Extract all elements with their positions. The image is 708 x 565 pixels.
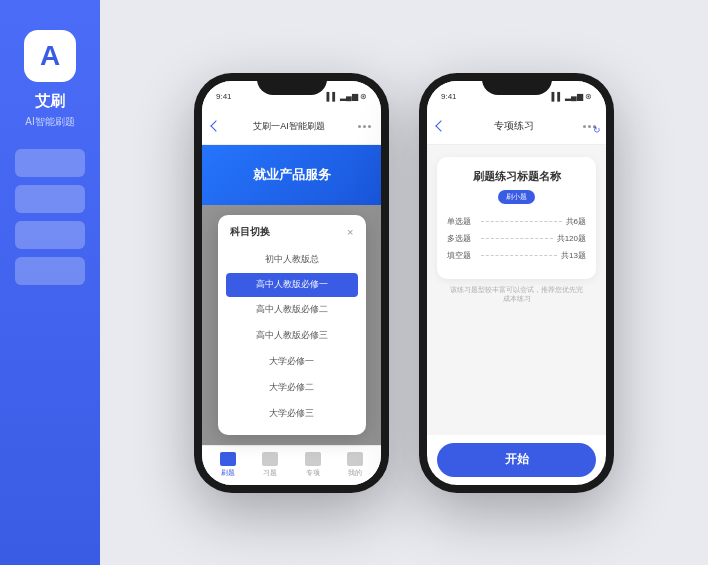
footer-note: 该练习题型较丰富可以尝试，推荐您优先完成本练习 bbox=[437, 279, 596, 311]
subject-item-5[interactable]: 大学必修二 bbox=[218, 375, 366, 401]
bottom-nav-label-3: 我的 bbox=[348, 468, 362, 478]
practice-content: 刷题练习标题名称 刷小题 单选题 共6题 多选题 共120题 填空题 bbox=[427, 145, 606, 435]
row-count-2: 共13题 bbox=[561, 250, 586, 261]
bottom-nav-left: 刷题 习题 专项 我的 bbox=[202, 445, 381, 485]
row-label-2: 填空题 bbox=[447, 250, 477, 261]
start-button-container: 开始 bbox=[427, 435, 606, 485]
main-content: 9:41 ▌▌ ▂▄▆ ⊛ 艾刷一AI智能刷题 就业产品服务 bbox=[100, 0, 708, 565]
row-dots-0 bbox=[481, 221, 562, 222]
nav-title-right: 专项练习 bbox=[494, 119, 534, 133]
bottom-nav-icon-0 bbox=[220, 452, 236, 466]
banner: 就业产品服务 bbox=[202, 145, 381, 205]
bottom-nav-icon-1 bbox=[262, 452, 278, 466]
more-menu-icon[interactable] bbox=[358, 125, 371, 128]
nav-title-left: 艾刷一AI智能刷题 bbox=[253, 120, 325, 133]
modal-header: 科目切换 × bbox=[218, 225, 366, 239]
row-count-0: 共6题 bbox=[566, 216, 586, 227]
sidebar-menu bbox=[15, 149, 85, 285]
sidebar-menu-item[interactable] bbox=[15, 149, 85, 177]
phone1-bg-content: 科目切换 × 初中人教版总 高中人教版必修一 高中人教版必修二 高中人教版必修三… bbox=[202, 205, 381, 445]
phone-mockup-right: 9:41 ▌▌ ▂▄▆ ⊛ 专项练习 ↻ 刷题练习标题名称 刷小题 单选题 bbox=[419, 73, 614, 493]
subject-item-1[interactable]: 高中人教版必修一 bbox=[226, 273, 358, 297]
row-dots-1 bbox=[481, 238, 553, 239]
status-time-left: 9:41 bbox=[216, 92, 232, 101]
bottom-nav-label-1: 习题 bbox=[263, 468, 277, 478]
modal-overlay: 科目切换 × 初中人教版总 高中人教版必修一 高中人教版必修二 高中人教版必修三… bbox=[202, 205, 381, 445]
nav-bar-left: 艾刷一AI智能刷题 bbox=[202, 109, 381, 145]
subject-item-3[interactable]: 高中人教版必修三 bbox=[218, 323, 366, 349]
bottom-nav-icon-3 bbox=[347, 452, 363, 466]
back-icon[interactable] bbox=[210, 120, 221, 131]
row-dots-2 bbox=[481, 255, 557, 256]
app-logo: A bbox=[24, 30, 76, 82]
practice-row-2: 填空题 共13题 bbox=[447, 250, 586, 261]
bottom-nav-item-3[interactable]: 我的 bbox=[347, 452, 363, 478]
nav-bar-right: 专项练习 ↻ bbox=[427, 109, 606, 145]
back-icon-right[interactable] bbox=[435, 120, 446, 131]
refresh-icon[interactable]: ↻ bbox=[593, 125, 596, 128]
phone-screen-right: 9:41 ▌▌ ▂▄▆ ⊛ 专项练习 ↻ 刷题练习标题名称 刷小题 单选题 bbox=[427, 81, 606, 485]
row-count-1: 共120题 bbox=[557, 233, 586, 244]
bottom-nav-item-2[interactable]: 专项 bbox=[305, 452, 321, 478]
start-button[interactable]: 开始 bbox=[437, 443, 596, 477]
phone-screen-left: 9:41 ▌▌ ▂▄▆ ⊛ 艾刷一AI智能刷题 就业产品服务 bbox=[202, 81, 381, 485]
app-title: 艾刷 bbox=[35, 92, 65, 111]
phone-mockup-left: 9:41 ▌▌ ▂▄▆ ⊛ 艾刷一AI智能刷题 就业产品服务 bbox=[194, 73, 389, 493]
practice-row-0: 单选题 共6题 bbox=[447, 216, 586, 227]
status-time-right: 9:41 bbox=[441, 92, 457, 101]
more-menu-icon-right[interactable]: ↻ bbox=[583, 125, 596, 128]
logo-letter: A bbox=[40, 40, 60, 72]
bottom-nav-label-2: 专项 bbox=[306, 468, 320, 478]
practice-row-1: 多选题 共120题 bbox=[447, 233, 586, 244]
practice-tag: 刷小题 bbox=[498, 190, 535, 204]
bottom-nav-item-0[interactable]: 刷题 bbox=[220, 452, 236, 478]
bottom-nav-icon-2 bbox=[305, 452, 321, 466]
subject-item-4[interactable]: 大学必修一 bbox=[218, 349, 366, 375]
subject-item-0[interactable]: 初中人教版总 bbox=[218, 247, 366, 273]
bottom-nav-item-1[interactable]: 习题 bbox=[262, 452, 278, 478]
banner-text: 就业产品服务 bbox=[253, 166, 331, 184]
modal-title: 科目切换 bbox=[230, 225, 270, 239]
sidebar-menu-item[interactable] bbox=[15, 185, 85, 213]
bottom-nav-label-0: 刷题 bbox=[221, 468, 235, 478]
phone-notch-right bbox=[482, 73, 552, 95]
practice-card: 刷题练习标题名称 刷小题 单选题 共6题 多选题 共120题 填空题 bbox=[437, 157, 596, 279]
phone-notch bbox=[257, 73, 327, 95]
subject-switch-modal: 科目切换 × 初中人教版总 高中人教版必修一 高中人教版必修二 高中人教版必修三… bbox=[218, 215, 366, 435]
row-label-1: 多选题 bbox=[447, 233, 477, 244]
modal-close-button[interactable]: × bbox=[347, 226, 353, 238]
subject-item-6[interactable]: 大学必修三 bbox=[218, 401, 366, 427]
app-subtitle: AI智能刷题 bbox=[25, 115, 74, 129]
sidebar: A 艾刷 AI智能刷题 bbox=[0, 0, 100, 565]
practice-title: 刷题练习标题名称 bbox=[473, 169, 561, 184]
subject-item-2[interactable]: 高中人教版必修二 bbox=[218, 297, 366, 323]
status-icons-left: ▌▌ ▂▄▆ ⊛ bbox=[327, 92, 367, 101]
sidebar-menu-item[interactable] bbox=[15, 221, 85, 249]
sidebar-menu-item[interactable] bbox=[15, 257, 85, 285]
row-label-0: 单选题 bbox=[447, 216, 477, 227]
status-icons-right: ▌▌ ▂▄▆ ⊛ bbox=[552, 92, 592, 101]
